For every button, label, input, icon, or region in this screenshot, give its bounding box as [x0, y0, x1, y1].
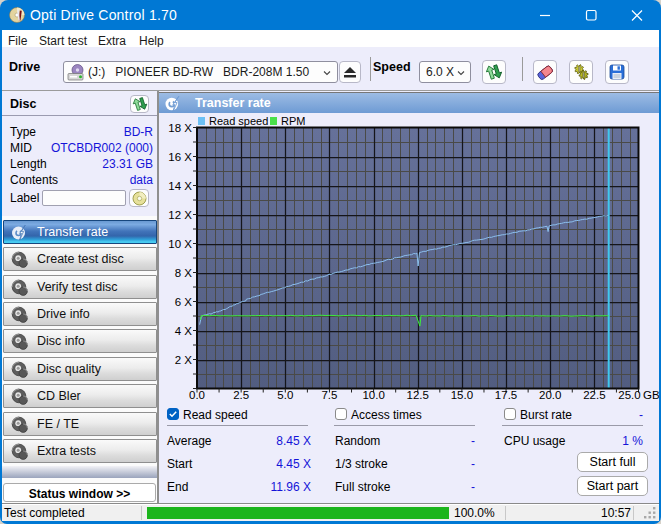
svg-text:22.5: 22.5	[583, 389, 605, 401]
svg-text:6 X: 6 X	[175, 296, 193, 308]
svg-text:RPM: RPM	[281, 115, 305, 127]
svg-text:10 X: 10 X	[168, 238, 192, 250]
svg-text:15.0: 15.0	[451, 389, 473, 401]
svg-text:5.0: 5.0	[277, 389, 293, 401]
svg-text:25.0: 25.0	[618, 389, 640, 401]
svg-text:8 X: 8 X	[175, 267, 193, 279]
svg-text:12.5: 12.5	[407, 389, 429, 401]
svg-text:12 X: 12 X	[168, 209, 192, 221]
svg-text:0.0: 0.0	[189, 389, 205, 401]
svg-text:4 X: 4 X	[175, 325, 193, 337]
svg-text:18 X: 18 X	[168, 122, 192, 134]
svg-text:7.5: 7.5	[321, 389, 337, 401]
svg-text:Read speed: Read speed	[209, 115, 268, 127]
svg-text:GB: GB	[643, 389, 659, 401]
svg-text:17.5: 17.5	[495, 389, 517, 401]
svg-text:10.0: 10.0	[362, 389, 384, 401]
svg-text:20.0: 20.0	[539, 389, 561, 401]
svg-text:16 X: 16 X	[168, 151, 192, 163]
svg-text:2.5: 2.5	[233, 389, 249, 401]
svg-text:14 X: 14 X	[168, 180, 192, 192]
svg-text:2 X: 2 X	[175, 354, 193, 366]
